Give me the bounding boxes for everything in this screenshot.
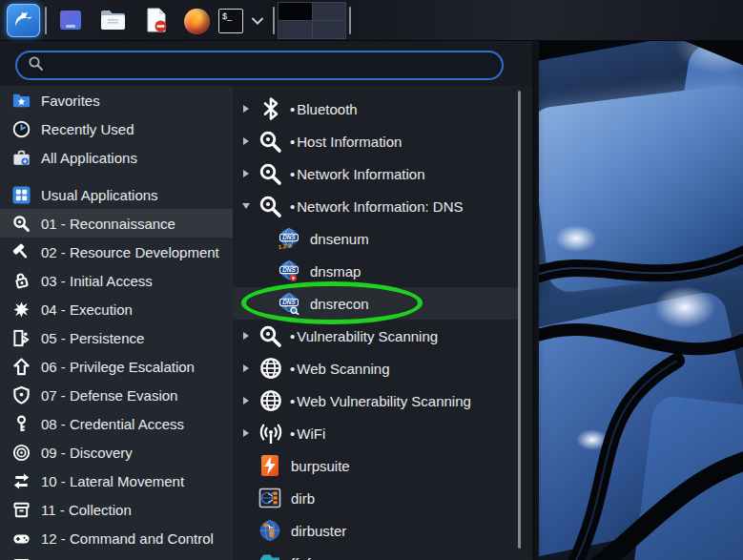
dnsrecon-icon: DNS bbox=[278, 292, 300, 315]
file-manager-button[interactable] bbox=[98, 8, 125, 34]
item-label: ffuf bbox=[291, 555, 311, 560]
item-label: burpsuite bbox=[291, 458, 350, 474]
firefox-icon bbox=[184, 9, 210, 34]
key-icon bbox=[10, 413, 31, 434]
menu-app-ffuf[interactable]: ffuf bbox=[233, 547, 519, 560]
workspace-switcher[interactable] bbox=[278, 2, 346, 39]
category-label: 02 - Resource Development bbox=[41, 244, 219, 260]
item-label: Vulnerability Scanning bbox=[297, 328, 438, 344]
clock-icon bbox=[10, 118, 31, 139]
category-11-collection[interactable]: 11 - Collection bbox=[0, 495, 233, 524]
gamepad-icon bbox=[10, 528, 31, 549]
burst-icon bbox=[10, 299, 31, 320]
sidebar-item-all-applications[interactable]: All Applications bbox=[0, 143, 233, 172]
menu-app-dnsmap[interactable]: DNS dnsmap bbox=[233, 255, 519, 287]
kali-dragon-icon bbox=[12, 8, 35, 33]
category-07-defense-evasion[interactable]: 07 - Defense Evasion bbox=[0, 381, 233, 409]
menu-app-burpsuite[interactable]: burpsuite bbox=[233, 449, 519, 482]
search-box[interactable] bbox=[15, 51, 504, 80]
terminal-button[interactable]: $_ bbox=[217, 8, 244, 34]
category-06-privilege-escalation[interactable]: 06 - Privilege Escalation bbox=[0, 352, 233, 381]
item-label: WiFi bbox=[297, 425, 325, 442]
app-menu-button[interactable] bbox=[7, 4, 40, 37]
desktop-wallpaper bbox=[532, 0, 743, 560]
category-label: 09 - Discovery bbox=[41, 445, 133, 461]
item-label: Web Vulnerability Scanning bbox=[297, 393, 471, 409]
desktop-icon bbox=[58, 8, 83, 35]
menu-group-host-information[interactable]: •Host Information bbox=[233, 125, 519, 157]
category-label: 12 - Command and Control bbox=[41, 530, 214, 547]
shield-icon bbox=[10, 384, 31, 405]
search-input[interactable] bbox=[52, 52, 491, 78]
globe-icon bbox=[258, 388, 283, 414]
item-label: Network Information bbox=[297, 166, 424, 182]
sidebar-item-favorites[interactable]: Favorites bbox=[0, 86, 233, 114]
svg-text:1.2.3.: 1.2.3. bbox=[278, 242, 293, 250]
expander-icon[interactable] bbox=[241, 397, 251, 404]
dnsenum-icon: DNS 1.2.3. bbox=[278, 227, 300, 250]
sidebar-item-recently-used[interactable]: Recently Used bbox=[0, 114, 233, 143]
category-02-resource-development[interactable]: 02 - Resource Development bbox=[0, 238, 233, 266]
expander-icon[interactable] bbox=[241, 203, 251, 209]
category-icon-partial bbox=[10, 556, 31, 560]
ffuf-icon bbox=[258, 551, 281, 560]
all-applications-icon bbox=[10, 147, 31, 168]
panel-separator bbox=[45, 7, 47, 34]
category-label: 01 - Reconnaissance bbox=[41, 216, 175, 232]
panel-chevron-button[interactable] bbox=[248, 8, 267, 34]
expander-icon[interactable] bbox=[241, 105, 251, 113]
workspace-2[interactable] bbox=[313, 3, 346, 20]
menu-group-bluetooth[interactable]: •Bluetooth bbox=[233, 93, 519, 125]
category-partial-next[interactable] bbox=[0, 552, 233, 560]
expander-icon[interactable] bbox=[241, 429, 251, 437]
whisker-menu: Favorites Recently Used bbox=[0, 41, 532, 560]
menu-group-network-information-dns[interactable]: •Network Information: DNS bbox=[233, 190, 519, 222]
category-05-persistence[interactable]: 05 - Persistence bbox=[0, 323, 233, 352]
menu-group-web-scanning[interactable]: •Web Scanning bbox=[233, 352, 519, 384]
archive-box-icon bbox=[10, 499, 31, 520]
category-12-command-and-control[interactable]: 12 - Command and Control bbox=[0, 524, 233, 552]
item-label: dnsenum bbox=[310, 231, 369, 247]
category-09-discovery[interactable]: 09 - Discovery bbox=[0, 438, 233, 467]
category-10-lateral-movement[interactable]: 10 - Lateral Movement bbox=[0, 467, 233, 495]
sidebar-item-label: Favorites bbox=[41, 93, 100, 109]
expander-icon[interactable] bbox=[241, 364, 251, 372]
category-label: 10 - Lateral Movement bbox=[41, 473, 184, 489]
exit-door-icon bbox=[10, 327, 31, 348]
item-label: dnsmap bbox=[310, 263, 361, 280]
menu-app-dirb[interactable]: dirb bbox=[233, 482, 519, 514]
category-03-initial-access[interactable]: 03 - Initial Access bbox=[0, 266, 233, 295]
workspace-1[interactable] bbox=[279, 3, 312, 20]
globe-icon bbox=[258, 356, 283, 382]
category-01-reconnaissance[interactable]: 01 - Reconnaissance bbox=[0, 209, 233, 238]
workspace-3[interactable] bbox=[279, 21, 312, 38]
category-usual-applications[interactable]: Usual Applications bbox=[0, 180, 233, 209]
item-label: dirb bbox=[291, 490, 315, 507]
expander-icon[interactable] bbox=[241, 170, 251, 177]
firefox-button[interactable] bbox=[183, 8, 210, 34]
menu-app-dnsenum[interactable]: DNS 1.2.3. dnsenum bbox=[233, 222, 519, 255]
category-08-credential-access[interactable]: 08 - Credential Access bbox=[0, 409, 233, 438]
text-editor-button[interactable] bbox=[143, 8, 170, 34]
chevron-down-icon bbox=[251, 14, 264, 29]
show-desktop-button[interactable] bbox=[57, 8, 84, 34]
category-04-execution[interactable]: 04 - Execution bbox=[0, 295, 233, 323]
menu-group-network-information[interactable]: •Network Information bbox=[233, 157, 519, 190]
scrollbar-thumb[interactable] bbox=[518, 91, 521, 549]
expander-icon[interactable] bbox=[241, 332, 251, 340]
menu-group-web-vulnerability-scanning[interactable]: •Web Vulnerability Scanning bbox=[233, 384, 519, 417]
workspace-4[interactable] bbox=[313, 21, 346, 38]
expander-icon[interactable] bbox=[241, 137, 251, 145]
svg-text:DNS: DNS bbox=[282, 266, 296, 273]
sidebar-item-label: Recently Used bbox=[41, 121, 134, 137]
folder-icon bbox=[98, 7, 126, 35]
menu-app-dirbuster[interactable]: dirbuster bbox=[233, 514, 519, 547]
menu-app-dnsrecon[interactable]: DNS dnsrecon bbox=[233, 287, 519, 320]
category-label: Usual Applications bbox=[41, 187, 158, 203]
category-label: 03 - Initial Access bbox=[41, 273, 153, 289]
item-label: Host Information bbox=[297, 134, 402, 150]
search-icon bbox=[28, 55, 44, 75]
magnifier-icon bbox=[10, 213, 31, 234]
menu-group-vulnerability-scanning[interactable]: •Vulnerability Scanning bbox=[233, 320, 519, 352]
menu-group-wifi[interactable]: •WiFi bbox=[233, 417, 519, 449]
